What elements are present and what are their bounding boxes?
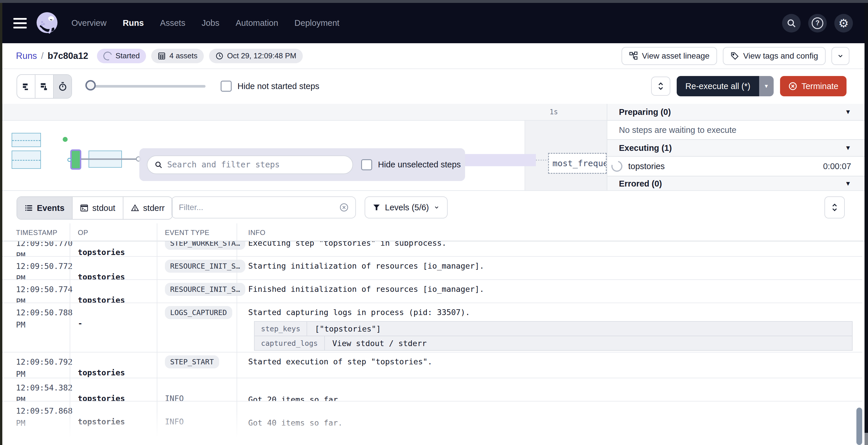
view-asset-lineage-button[interactable]: View asset lineage xyxy=(622,47,717,65)
table-row[interactable]: 12:09:50.772PM topstories RESOURCE_INIT_… xyxy=(2,257,862,280)
log-filter-input[interactable] xyxy=(178,203,334,212)
hide-unselected-control: Hide unselected steps xyxy=(361,159,461,170)
stopwatch-icon xyxy=(58,82,67,91)
up-down-chevrons-icon xyxy=(831,203,838,212)
panel-section-preparing[interactable]: Preparing (0) ▼ xyxy=(607,104,865,121)
window-chrome-strip xyxy=(0,0,868,3)
search-icon xyxy=(154,161,162,169)
assets-badge[interactable]: 4 assets xyxy=(151,49,204,63)
log-viewer-controls: Events stdout stderr xyxy=(2,191,865,224)
grid-icon xyxy=(158,52,166,60)
step-search-input[interactable] xyxy=(167,160,345,170)
tab-stdout[interactable]: stdout xyxy=(72,197,123,219)
clear-filter-icon[interactable] xyxy=(339,203,349,212)
nav-overview[interactable]: Overview xyxy=(71,18,106,28)
breadcrumb-separator: / xyxy=(41,51,43,61)
hide-not-started-checkbox[interactable] xyxy=(221,81,232,92)
event-type-pill: STEP_START xyxy=(165,355,219,368)
gantt-step-label-most-frequent[interactable]: most_frequent xyxy=(548,153,607,174)
table-row[interactable]: 12:09:50.792PM topstories STEP_START Sta… xyxy=(2,352,862,378)
settings-gear-icon[interactable]: ⚙ xyxy=(834,14,853,33)
run-actions-chevron-button[interactable] xyxy=(831,47,849,65)
hide-not-started-label: Hide not started steps xyxy=(238,81,319,91)
nav-icon-buttons: ? ⚙ xyxy=(782,14,853,33)
nav-deployment[interactable]: Deployment xyxy=(294,18,339,28)
gantt-view-mode-toggle xyxy=(17,74,72,99)
reexecute-options-caret[interactable]: ▼ xyxy=(759,76,774,96)
event-type-text: INFO xyxy=(165,394,184,402)
run-badges: Started 4 assets Oct 29, 12:09:48 PM xyxy=(97,49,303,63)
gantt-node-left xyxy=(67,158,71,162)
metadata-row: step_keys ["topstories"] xyxy=(254,321,852,336)
gantt-zoom-slider-handle[interactable] xyxy=(85,80,96,91)
dagster-run-page: Overview Runs Assets Jobs Automation Dep… xyxy=(0,0,868,445)
hide-unselected-checkbox[interactable] xyxy=(361,159,372,170)
gantt-timeline-header: 1s xyxy=(2,104,607,121)
hide-not-started-control: Hide not started steps xyxy=(221,81,319,92)
expand-collapse-button[interactable] xyxy=(651,77,670,96)
gantt-waterfall-view-button[interactable] xyxy=(35,75,53,98)
gantt-dependency-line xyxy=(81,159,138,160)
waterfall-view-icon xyxy=(40,82,49,91)
table-row[interactable]: 12:09:50.788PM - LOGS_CAPTURED Started c… xyxy=(2,303,862,352)
window-scrollbar-track[interactable] xyxy=(865,3,868,445)
table-scrollbar-thumb[interactable] xyxy=(857,408,862,445)
gantt-step-unstarted-1[interactable] xyxy=(11,133,41,147)
panel-section-executing[interactable]: Executing (1) ▼ xyxy=(607,140,865,157)
run-id: b7c80a12 xyxy=(48,51,88,61)
chevron-down-icon xyxy=(434,205,439,210)
reexecute-all-button[interactable]: Re-execute all (*) xyxy=(677,76,759,96)
tab-events[interactable]: Events xyxy=(17,197,72,219)
lineage-icon xyxy=(629,52,638,60)
gantt-flat-view-button[interactable] xyxy=(17,75,35,98)
table-row[interactable]: 12:09:54.382PM topstories INFO Got 20 it… xyxy=(2,378,862,402)
terminate-circle-x-icon xyxy=(788,81,798,91)
flat-view-icon xyxy=(22,82,30,91)
levels-dropdown[interactable]: Levels (5/6) xyxy=(365,196,447,218)
view-stdout-stderr-link[interactable]: View stdout / stderr xyxy=(325,336,852,351)
nav-jobs[interactable]: Jobs xyxy=(202,18,219,28)
breadcrumb-runs-link[interactable]: Runs xyxy=(16,51,37,61)
log-expand-button[interactable] xyxy=(825,196,845,218)
column-divider xyxy=(70,224,70,445)
metadata-row: captured_logs View stdout / stderr xyxy=(254,336,852,351)
gantt-dotted-leader xyxy=(536,160,549,161)
events-table: TIMESTAMP OP EVENT TYPE INFO 12:09:50.77… xyxy=(2,224,865,445)
terminal-icon xyxy=(80,204,88,212)
gantt-timing-view-button[interactable] xyxy=(53,75,71,98)
column-divider xyxy=(157,224,157,445)
panel-executing-step-row[interactable]: topstories 0:00:07 xyxy=(607,157,865,176)
gantt-step-dot[interactable] xyxy=(63,137,68,142)
timeline-tick-label: 1s xyxy=(550,108,558,116)
tab-stderr[interactable]: stderr xyxy=(123,197,172,219)
gantt-step-unstarted-2[interactable] xyxy=(11,150,41,169)
collapse-caret-icon[interactable]: ▼ xyxy=(845,144,851,152)
gantt-zoom-slider-track[interactable] xyxy=(89,85,206,88)
collapse-caret-icon[interactable]: ▼ xyxy=(845,108,851,116)
col-op: OP xyxy=(78,229,88,237)
top-nav: Overview Runs Assets Jobs Automation Dep… xyxy=(0,3,868,43)
search-icon[interactable] xyxy=(782,14,801,33)
nav-runs[interactable]: Runs xyxy=(123,18,144,28)
dagster-logo[interactable] xyxy=(35,11,59,35)
help-icon[interactable]: ? xyxy=(808,14,827,33)
gantt-step-running-topstories[interactable] xyxy=(70,149,81,170)
event-type-pill: LOGS_CAPTURED xyxy=(165,306,232,319)
collapse-caret-icon[interactable]: ▼ xyxy=(845,180,851,187)
terminate-button[interactable]: Terminate xyxy=(780,76,846,96)
gantt-chart: 1s most_frequent Hide unselected steps xyxy=(2,104,607,191)
nav-automation[interactable]: Automation xyxy=(236,18,278,28)
nav-assets[interactable]: Assets xyxy=(160,18,185,28)
col-timestamp: TIMESTAMP xyxy=(16,229,58,237)
table-row[interactable]: 12:09:57.868PM topstories INFO Got 40 it… xyxy=(2,402,862,445)
run-header-actions: View asset lineage View tags and config xyxy=(622,47,849,65)
log-tabs: Events stdout stderr xyxy=(17,196,173,219)
panel-preparing-empty-row: No steps are waiting to execute xyxy=(607,121,865,140)
view-tags-config-button[interactable]: View tags and config xyxy=(723,47,826,65)
table-row[interactable]: 12:09:50.774PM topstories RESOURCE_INIT_… xyxy=(2,280,862,303)
menu-icon[interactable] xyxy=(13,18,27,28)
breadcrumb: Runs / b7c80a12 xyxy=(16,51,88,61)
table-row[interactable]: 12:09:50.770PM topstories STEP_WORKER_ST… xyxy=(2,241,862,257)
panel-section-errored[interactable]: Errored (0) ▼ xyxy=(607,176,865,191)
start-time-badge: Oct 29, 12:09:48 PM xyxy=(209,49,303,63)
